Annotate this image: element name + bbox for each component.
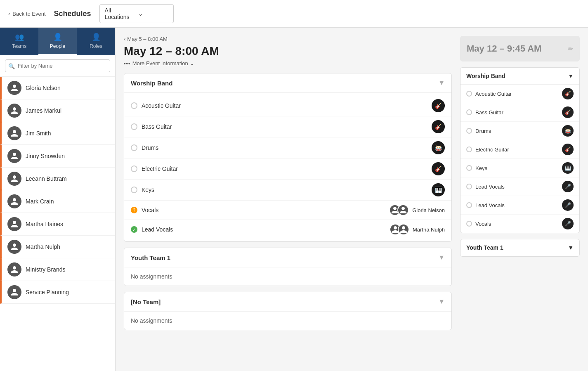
lead-vocals-radio[interactable]: ✓ (131, 226, 137, 233)
sidebar-item[interactable]: Mark Crain (0, 190, 115, 213)
r-lead-vocals-1-role: Lead Vocals (475, 184, 559, 190)
right-date-title: May 12 – 9:45 AM (467, 43, 541, 54)
right-assign-row: Vocals 🎤 (460, 215, 579, 233)
back-to-event-link[interactable]: ‹ Back to Event (8, 11, 46, 17)
r-acoustic-guitar-icon: 🎸 (562, 88, 574, 99)
sidebar-item[interactable]: Jim Smith (0, 122, 115, 145)
sidebar-search-container: 🔍 (0, 55, 115, 77)
sidebar-item[interactable]: Leeann Buttram (0, 168, 115, 190)
right-date-card: May 12 – 9:45 AM ✏ (460, 36, 580, 61)
back-chevron-icon: ‹ (8, 11, 10, 17)
r-lead-vocals-2-icon: 🎤 (562, 199, 574, 211)
top-bar: ‹ Back to Event Schedules All Locations … (0, 0, 588, 28)
electric-guitar-radio[interactable] (131, 165, 137, 172)
bass-guitar-icons: 🎸 (432, 120, 445, 133)
youth-team-header[interactable]: Youth Team 1 ▼ (124, 248, 451, 267)
right-assign-row: Lead Vocals 🎤 (460, 196, 579, 215)
bass-guitar-radio[interactable] (131, 123, 137, 130)
r-vocals-radio[interactable] (466, 221, 472, 227)
worship-band-header[interactable]: Worship Band ▼ (124, 73, 451, 93)
vocals-assigned-name: Gloria Nelson (412, 207, 445, 213)
r-acoustic-guitar-radio[interactable] (466, 91, 472, 97)
right-assign-row: Drums 🥁 (460, 122, 579, 140)
sidebar-people-list: Gloria Nelson James Markul Jim Smith Jin… (0, 77, 115, 371)
r-electric-guitar-icon: 🎸 (562, 144, 574, 155)
youth-team-card: Youth Team 1 ▼ No assignments (124, 248, 452, 286)
right-assign-row: Lead Vocals 🎤 (460, 177, 579, 196)
youth-team-no-assignments: No assignments (124, 267, 451, 286)
teams-icon: 👥 (15, 33, 24, 42)
right-worship-band-collapse-icon: ▼ (568, 73, 574, 79)
sidebar-item[interactable]: Martha Haines (0, 213, 115, 236)
assignment-row: Acoustic Guitar 🎸 (124, 95, 451, 116)
no-team-title: [No Team] (131, 298, 161, 305)
edit-icon[interactable]: ✏ (568, 45, 573, 53)
more-info-toggle[interactable]: ••• More Event Information ⌄ (124, 60, 452, 66)
keys-role: Keys (142, 187, 427, 193)
no-team-collapse-icon: ▼ (438, 298, 445, 305)
bass-guitar-icon: 🎸 (432, 120, 445, 133)
roles-icon: 👤 (92, 33, 101, 42)
chevron-down-icon: ⌄ (138, 10, 168, 17)
prev-event-link[interactable]: ‹ May 5 – 8:00 AM (124, 36, 452, 42)
sidebar-item[interactable]: James Markul (0, 99, 115, 122)
r-keys-radio[interactable] (466, 165, 472, 171)
avatar (7, 217, 21, 231)
sidebar-tabs: 👥 Teams 👤 People 👤 Roles (0, 28, 115, 55)
lead-vocals-avatars (390, 224, 409, 235)
right-assign-row: Keys 🎹 (460, 159, 579, 177)
keys-icon: 🎹 (432, 183, 445, 196)
acoustic-guitar-radio[interactable] (131, 102, 137, 109)
acoustic-guitar-role: Acoustic Guitar (142, 102, 427, 109)
acoustic-guitar-icons: 🎸 (432, 99, 445, 112)
r-vocals-role: Vocals (475, 221, 559, 227)
right-worship-band-header[interactable]: Worship Band ▼ (460, 68, 579, 85)
sidebar-item[interactable]: Ministry Brands (0, 258, 115, 281)
r-lead-vocals-2-radio[interactable] (466, 202, 472, 208)
sidebar-tab-people[interactable]: 👤 People (38, 28, 77, 55)
r-acoustic-guitar-role: Acoustic Guitar (475, 91, 559, 97)
right-worship-band-title: Worship Band (466, 73, 505, 79)
vocals-avatars (389, 204, 409, 216)
r-drums-role: Drums (475, 128, 559, 134)
location-select-dropdown[interactable]: All Locations ⌄ (99, 4, 174, 23)
r-electric-guitar-radio[interactable] (466, 147, 472, 152)
avatar (7, 104, 21, 118)
sidebar-item-name: Service Planning (26, 289, 69, 295)
assignment-row: Keys 🎹 (124, 180, 451, 201)
r-lead-vocals-1-radio[interactable] (466, 184, 472, 189)
r-drums-radio[interactable] (466, 128, 472, 134)
drums-icon: 🥁 (432, 141, 445, 154)
search-input[interactable] (5, 59, 110, 72)
right-worship-band-card: Worship Band ▼ Acoustic Guitar 🎸 Bass Gu… (460, 67, 580, 233)
no-team-header[interactable]: [No Team] ▼ (124, 292, 451, 312)
sidebar-tab-roles[interactable]: 👤 Roles (77, 28, 115, 55)
vocals-assignment-row: ? Vocals Glo (124, 201, 451, 220)
back-to-event-label: Back to Event (12, 11, 45, 17)
location-select-value: All Locations (105, 7, 135, 20)
sidebar-tab-teams[interactable]: 👥 Teams (0, 28, 38, 55)
electric-guitar-icons: 🎸 (432, 162, 445, 175)
r-keys-icon: 🎹 (562, 162, 574, 174)
sidebar-item[interactable]: Service Planning (0, 281, 115, 304)
sidebar-item[interactable]: Martha Nulph (0, 236, 115, 258)
vocals-radio[interactable]: ? (131, 207, 137, 213)
prev-chevron-icon: ‹ (124, 36, 125, 42)
right-youth-team-header[interactable]: Youth Team 1 ▼ (460, 239, 579, 256)
prev-event-label: May 5 – 8:00 AM (127, 36, 168, 42)
sidebar-item[interactable]: Gloria Nelson (0, 77, 115, 99)
right-assign-row: Bass Guitar 🎸 (460, 103, 579, 122)
acoustic-guitar-icon: 🎸 (432, 99, 445, 112)
more-info-chevron-icon: ⌄ (190, 60, 194, 66)
sidebar-item-name: Ministry Brands (26, 266, 65, 273)
right-youth-team-card: Youth Team 1 ▼ (460, 239, 580, 257)
r-bass-guitar-radio[interactable] (466, 109, 472, 115)
drums-radio[interactable] (131, 144, 137, 151)
sidebar-item[interactable]: Jinny Snowden (0, 145, 115, 168)
right-assign-row: Electric Guitar 🎸 (460, 140, 579, 159)
worship-band-card: Worship Band ▼ Acoustic Guitar 🎸 Bass Gu… (124, 73, 452, 242)
drums-role: Drums (142, 144, 427, 151)
keys-radio[interactable] (131, 187, 137, 193)
sidebar-tab-people-label: People (50, 43, 65, 49)
keys-icons: 🎹 (432, 183, 445, 196)
